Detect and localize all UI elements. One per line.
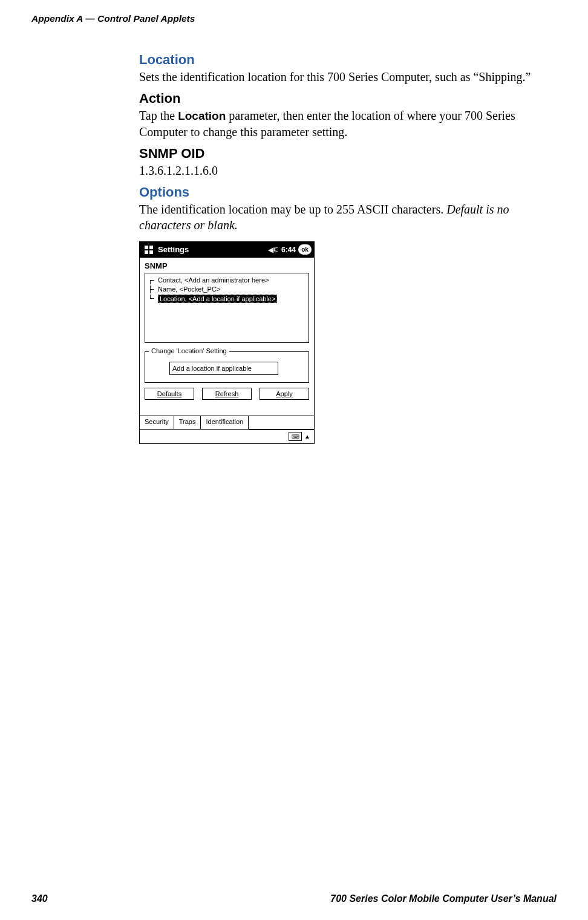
tree-connector-icon: └╴: [146, 295, 158, 302]
change-location-group: Change 'Location' Setting Add a location…: [145, 351, 309, 383]
action-heading: Action: [139, 91, 557, 106]
device-frame: Settings ◀€ 6:44 ok SNMP ┌╴Contact, <Add…: [139, 241, 315, 444]
tree-row-selected[interactable]: └╴Location, <Add a location if applicabl…: [146, 294, 307, 304]
button-row: Defaults Refresh Apply: [145, 388, 309, 400]
location-heading: Location: [139, 52, 557, 68]
manual-title: 700 Series Color Mobile Computer User’s …: [330, 893, 557, 904]
app-title: SNMP: [140, 261, 314, 273]
tab-traps[interactable]: Traps: [174, 416, 201, 429]
clock-time: 6:44: [281, 246, 296, 254]
tab-security[interactable]: Security: [140, 416, 174, 429]
apply-button[interactable]: Apply: [260, 388, 309, 400]
device-screenshot: Settings ◀€ 6:44 ok SNMP ┌╴Contact, <Add…: [139, 241, 315, 444]
action-prefix: Tap the: [139, 109, 178, 122]
action-text: Tap the Location parameter, then enter t…: [139, 108, 557, 140]
ok-button[interactable]: ok: [298, 244, 312, 255]
defaults-button[interactable]: Defaults: [145, 388, 194, 400]
tab-identification[interactable]: Identification: [201, 416, 249, 429]
keyboard-icon[interactable]: ⌨: [289, 432, 302, 441]
page-number: 340: [31, 893, 48, 904]
location-input[interactable]: Add a location if applicable: [169, 362, 278, 375]
sip-bar: ⌨ ▲: [140, 429, 314, 443]
device-titlebar: Settings ◀€ 6:44 ok: [140, 242, 314, 258]
speaker-icon[interactable]: ◀€: [268, 246, 278, 254]
page-footer: 340 700 Series Color Mobile Computer Use…: [31, 893, 557, 904]
device-body: SNMP ┌╴Contact, <Add an administrator he…: [140, 258, 314, 443]
svg-rect-3: [149, 250, 153, 254]
location-text: Sets the identification location for thi…: [139, 69, 557, 85]
options-plain: The identification location may be up to…: [139, 203, 446, 216]
options-text: The identification location may be up to…: [139, 201, 557, 233]
svg-rect-1: [149, 246, 153, 249]
tree-connector-icon: ┌╴: [146, 276, 158, 284]
main-content: Location Sets the identification locatio…: [139, 48, 557, 444]
page-header: Appendix A — Control Panel Applets: [31, 13, 195, 24]
tree-item-label: Location, <Add a location if applicable>: [158, 295, 277, 303]
location-input-value: Add a location if applicable: [172, 365, 252, 372]
svg-rect-0: [145, 246, 148, 249]
svg-rect-2: [145, 250, 148, 254]
snmp-oid-value: 1.3.6.1.2.1.1.6.0: [139, 163, 557, 178]
refresh-button[interactable]: Refresh: [202, 388, 252, 400]
options-heading: Options: [139, 184, 557, 200]
header-text: Appendix A — Control Panel Applets: [31, 13, 195, 24]
titlebar-title: Settings: [158, 245, 266, 254]
arrow-up-icon[interactable]: ▲: [304, 433, 310, 440]
tab-row: Security Traps Identification: [140, 416, 314, 429]
tree-view[interactable]: ┌╴Contact, <Add an administrator here> ├…: [145, 273, 309, 343]
tree-row[interactable]: ┌╴Contact, <Add an administrator here>: [146, 276, 307, 285]
tree-connector-icon: ├╴: [146, 285, 158, 293]
snmp-oid-heading: SNMP OID: [139, 146, 557, 161]
action-bold: Location: [178, 109, 226, 122]
tree-item-label: Contact, <Add an administrator here>: [158, 276, 269, 284]
group-legend: Change 'Location' Setting: [149, 347, 229, 354]
tree-item-label: Name, <Pocket_PC>: [158, 285, 220, 293]
start-icon[interactable]: [142, 243, 155, 256]
tree-row[interactable]: ├╴Name, <Pocket_PC>: [146, 285, 307, 294]
